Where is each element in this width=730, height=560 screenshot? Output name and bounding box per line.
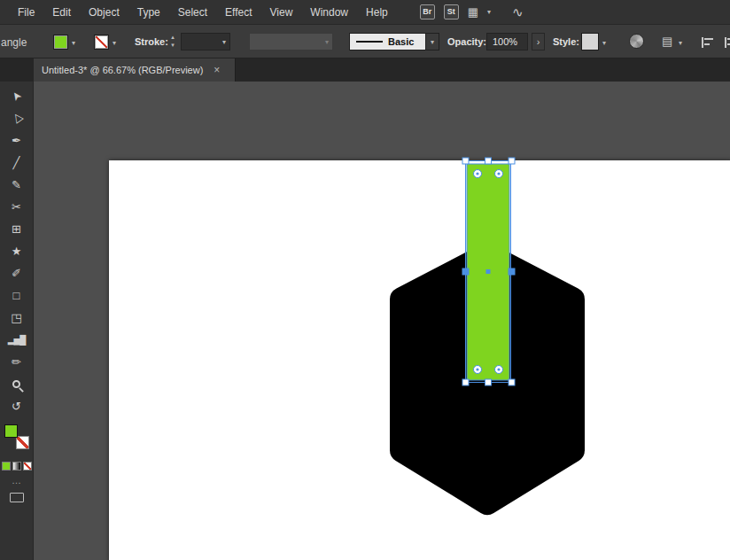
workspace-switcher-icon[interactable]: ▦	[468, 5, 478, 19]
column-graph-tool-icon: ▂▅█	[8, 335, 25, 345]
bridge-icon[interactable]: Br	[420, 4, 435, 19]
menu-item-window[interactable]: Window	[301, 0, 357, 25]
scissors-tool-icon: ✂	[12, 200, 21, 214]
selection-handle[interactable]	[462, 158, 469, 164]
stepper-down-icon[interactable]: ▾	[171, 41, 175, 49]
rectangle-tool[interactable]: □	[2, 284, 32, 307]
stroke-color-swatch[interactable]	[94, 35, 109, 50]
stepper-up-icon[interactable]: ▴	[171, 33, 175, 41]
stroke-weight-dropdown-icon[interactable]: ▾	[222, 38, 226, 46]
corner-widget[interactable]	[495, 366, 503, 374]
brush-dropdown-button[interactable]: ▾	[425, 34, 439, 50]
selection-handle[interactable]	[462, 379, 469, 385]
direct-selection-tool-icon: ▷	[8, 111, 24, 126]
rotate-view-tool[interactable]: ↺	[2, 395, 32, 417]
color-wheel-icon[interactable]	[629, 34, 644, 49]
selection-tool-icon: ➤	[8, 89, 25, 105]
screen-mode-icon[interactable]	[10, 493, 24, 502]
free-transform-tool[interactable]: ◳	[2, 307, 32, 329]
none-button[interactable]	[23, 462, 32, 471]
pencil-tool-icon: ✏	[12, 355, 21, 369]
opacity-input[interactable]: 100%	[486, 33, 528, 51]
direct-selection-tool[interactable]: ▷	[2, 107, 32, 129]
menu-item-view[interactable]: View	[261, 0, 302, 25]
selection-tool[interactable]: ➤	[2, 85, 32, 107]
star-tool[interactable]: ★	[2, 240, 32, 262]
selection-handle[interactable]	[462, 268, 469, 275]
stroke-weight-select[interactable]: ▾	[181, 33, 230, 51]
artboard-tool[interactable]: ⊞	[2, 218, 32, 240]
menu-item-help[interactable]: Help	[357, 0, 397, 25]
document-setup-icon[interactable]: ▤	[662, 35, 672, 48]
artwork-layer	[34, 82, 730, 560]
document-tab-bar: Untitled-3* @ 66.67% (RGB/Preview) ×	[0, 58, 730, 82]
selection-handle[interactable]	[509, 268, 515, 275]
document-tab-title: Untitled-3* @ 66.67% (RGB/Preview)	[42, 65, 203, 75]
menu-item-effect[interactable]: Effect	[216, 0, 260, 25]
zoom-tool[interactable]	[2, 373, 32, 395]
line-segment-tool[interactable]: ╱	[2, 152, 32, 174]
toolbar-options-icon[interactable]: …	[12, 476, 21, 485]
menu-item-object[interactable]: Object	[80, 0, 128, 25]
gesture-icon[interactable]: ∿	[512, 4, 524, 20]
selection-handle[interactable]	[509, 379, 515, 385]
tab-close-icon[interactable]: ×	[214, 64, 220, 76]
artboard-tool-icon: ⊞	[12, 222, 21, 236]
main-area: ➤ ▷ ✒ ╱ ✎ ✂ ⊞ ★ ✐ □ ◳ ▂▅█ ✏ ↺ …	[0, 82, 730, 560]
align-horizontal-left-icon[interactable]	[702, 37, 714, 48]
opacity-label[interactable]: Opacity:	[447, 36, 486, 47]
brush-definition-select[interactable]: Basic ▾	[349, 33, 439, 51]
star-tool-icon: ★	[12, 245, 22, 258]
menu-bar: File Edit Object Type Select Effect View…	[0, 0, 730, 25]
color-button[interactable]	[2, 462, 11, 471]
rotate-view-tool-icon: ↺	[12, 400, 21, 413]
center-point[interactable]	[486, 269, 491, 274]
zoom-tool-icon	[12, 380, 20, 388]
menu-icon-cluster: Br St ▦ ▾ ∿	[420, 4, 524, 20]
menu-item-select[interactable]: Select	[169, 0, 216, 25]
menu-item-edit[interactable]: Edit	[43, 0, 80, 25]
brush-stroke-preview	[356, 41, 383, 43]
style-label[interactable]: Style:	[553, 36, 579, 47]
width-profile-dropdown-icon[interactable]: ▾	[325, 38, 329, 46]
menu-item-type[interactable]: Type	[128, 0, 169, 25]
style-dropdown-icon[interactable]: ▾	[602, 39, 606, 47]
workspace-dropdown-icon[interactable]: ▾	[487, 8, 491, 16]
line-tool-icon: ╱	[13, 156, 20, 169]
stroke-none-box[interactable]	[16, 436, 29, 449]
opacity-expander-icon[interactable]: ›	[532, 33, 545, 51]
fill-stroke-indicator	[4, 424, 29, 449]
menu-item-file[interactable]: File	[9, 0, 43, 25]
pen-tool[interactable]: ✒	[2, 129, 32, 152]
stroke-weight-stepper: ▴ ▾	[167, 33, 178, 51]
corner-widget[interactable]	[474, 170, 482, 178]
free-transform-tool-icon: ◳	[11, 311, 21, 324]
fill-color-box[interactable]	[4, 424, 18, 438]
graphic-style-swatch[interactable]	[581, 33, 599, 51]
fill-dropdown-icon[interactable]: ▾	[72, 39, 75, 47]
stroke-label[interactable]: Stroke:	[135, 36, 168, 47]
selection-handle[interactable]	[509, 158, 515, 164]
paintbrush-tool[interactable]: ✎	[2, 174, 32, 196]
width-profile-select[interactable]: ▾	[249, 33, 333, 51]
corner-widget[interactable]	[474, 366, 482, 374]
brush-name: Basic	[388, 36, 414, 47]
pencil-tool[interactable]: ✏	[2, 351, 32, 373]
selection-handle[interactable]	[485, 379, 492, 385]
canvas[interactable]	[34, 82, 730, 560]
stock-icon[interactable]: St	[444, 4, 459, 19]
corner-widget[interactable]	[495, 170, 503, 178]
scissors-tool[interactable]: ✂	[2, 196, 32, 218]
document-tab[interactable]: Untitled-3* @ 66.67% (RGB/Preview) ×	[34, 58, 236, 82]
control-bar: angle ▾ ▾ Stroke: ▴ ▾ ▾ ▾ Basic ▾ Opacit…	[0, 25, 730, 58]
align-horizontal-center-icon[interactable]	[725, 37, 730, 48]
stroke-dropdown-icon[interactable]: ▾	[113, 39, 116, 47]
paintbrush-tool-icon: ✎	[12, 178, 21, 191]
document-setup-dropdown-icon[interactable]: ▾	[679, 39, 682, 47]
selection-handle[interactable]	[485, 158, 492, 164]
column-graph-tool[interactable]: ▂▅█	[2, 329, 32, 351]
gradient-button[interactable]	[12, 462, 21, 471]
shaper-tool[interactable]: ✐	[2, 262, 32, 284]
brush-dropdown-icon: ▾	[431, 38, 434, 46]
fill-color-swatch[interactable]	[53, 35, 68, 50]
